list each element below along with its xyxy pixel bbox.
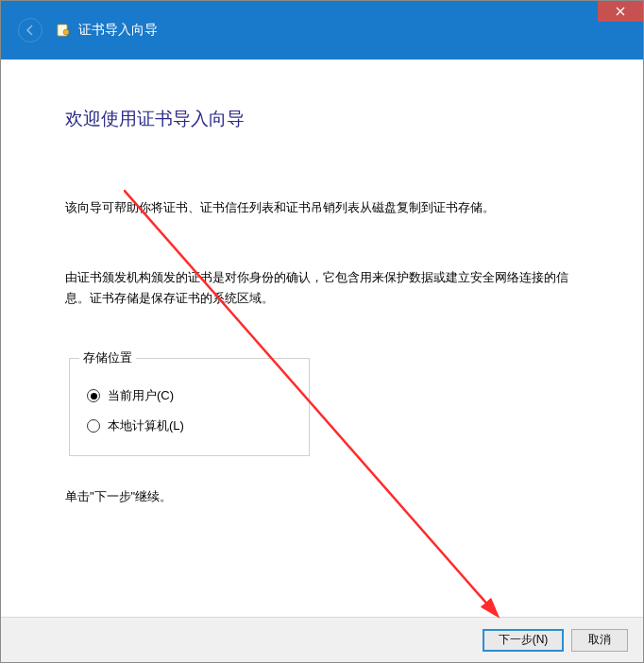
cancel-button[interactable]: 取消 bbox=[571, 629, 628, 652]
radio-icon bbox=[87, 419, 100, 433]
svg-point-1 bbox=[63, 29, 69, 35]
window-title: 证书导入向导 bbox=[78, 22, 158, 39]
continue-instruction: 单击"下一步"继续。 bbox=[65, 488, 579, 505]
next-button[interactable]: 下一步(N) bbox=[483, 629, 564, 652]
radio-icon bbox=[87, 389, 100, 402]
radio-local-machine[interactable]: 本地计算机(L) bbox=[87, 417, 292, 434]
radio-label: 当前用户(C) bbox=[108, 387, 174, 404]
wizard-window: 证书导入向导 欢迎使用证书导入向导 该向导可帮助你将证书、证书信任列表和证书吊销… bbox=[0, 0, 644, 663]
close-button[interactable] bbox=[598, 1, 643, 22]
page-heading: 欢迎使用证书导入向导 bbox=[65, 107, 579, 131]
intro-paragraph-2: 由证书颁发机构颁发的证书是对你身份的确认，它包含用来保护数据或建立安全网络连接的… bbox=[65, 267, 579, 309]
radio-current-user[interactable]: 当前用户(C) bbox=[87, 387, 292, 404]
certificate-icon bbox=[56, 23, 71, 38]
back-button bbox=[18, 18, 42, 42]
group-title: 存储位置 bbox=[79, 349, 136, 366]
wizard-content: 欢迎使用证书导入向导 该向导可帮助你将证书、证书信任列表和证书吊销列表从磁盘复制… bbox=[1, 60, 643, 505]
storage-location-group: 存储位置 当前用户(C) 本地计算机(L) bbox=[69, 358, 310, 456]
intro-paragraph-1: 该向导可帮助你将证书、证书信任列表和证书吊销列表从磁盘复制到证书存储。 bbox=[65, 197, 579, 218]
titlebar: 证书导入向导 bbox=[1, 1, 643, 60]
button-bar: 下一步(N) 取消 bbox=[1, 617, 643, 662]
radio-label: 本地计算机(L) bbox=[108, 417, 184, 434]
